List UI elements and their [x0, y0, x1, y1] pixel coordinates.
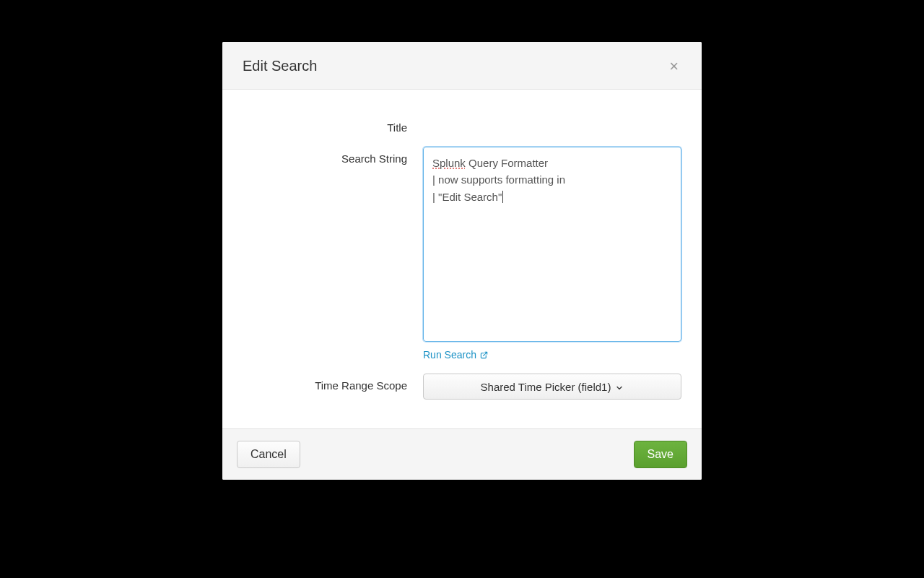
save-button[interactable]: Save [634, 441, 687, 468]
modal-title: Edit Search [243, 58, 317, 74]
modal-header: Edit Search × [222, 42, 702, 90]
time-range-dropdown[interactable]: Shared Time Picker (field1) [423, 374, 681, 400]
spellcheck-underline: Splunk [432, 157, 466, 169]
run-search-label: Run Search [423, 349, 476, 361]
time-range-label: Time Range Scope [243, 374, 423, 400]
title-label: Title [243, 116, 423, 134]
search-string-input[interactable]: Splunk Query Formatter| now supports for… [423, 147, 681, 342]
title-row: Title [243, 116, 681, 134]
search-string-label: Search String [243, 147, 423, 361]
time-range-row: Time Range Scope Shared Time Picker (fie… [243, 374, 681, 400]
modal-body: Title Search String Splunk Query Formatt… [222, 90, 702, 428]
time-range-value: Shared Time Picker (field1) [481, 381, 611, 393]
close-icon: × [669, 57, 679, 75]
close-button[interactable]: × [666, 59, 681, 74]
edit-search-modal: Edit Search × Title Search String Splunk… [222, 42, 702, 480]
cancel-button[interactable]: Cancel [237, 441, 300, 468]
time-range-field-wrapper: Shared Time Picker (field1) [423, 374, 681, 400]
run-search-link[interactable]: Run Search [423, 349, 488, 361]
search-string-field-wrapper: Splunk Query Formatter| now supports for… [423, 147, 681, 361]
chevron-down-icon [615, 382, 624, 391]
svg-line-0 [484, 352, 487, 355]
external-link-icon [480, 351, 488, 359]
text-cursor [502, 191, 503, 203]
search-string-row: Search String Splunk Query Formatter| no… [243, 147, 681, 361]
modal-footer: Cancel Save [222, 428, 702, 480]
title-field-wrapper [423, 116, 681, 134]
